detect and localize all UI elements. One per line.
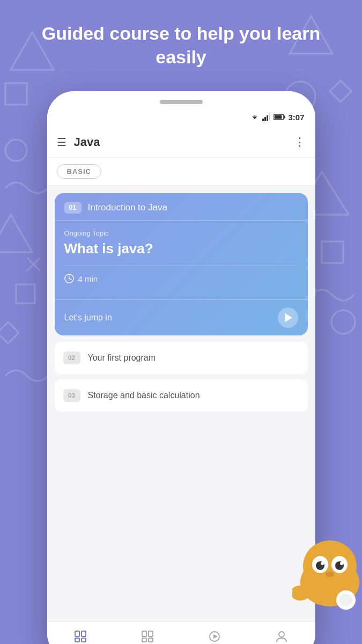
ongoing-label: Ongoing Topic	[64, 229, 298, 237]
learn-icon	[73, 630, 87, 643]
play-button[interactable]	[278, 308, 298, 328]
more-icon[interactable]: ⋮	[294, 135, 306, 149]
background: Guided course to help you learn easily	[0, 0, 362, 644]
cta-text: Let's jump in	[64, 313, 112, 323]
mascot	[292, 537, 362, 612]
lesson-03-title: Storage and basic calculation	[88, 391, 200, 400]
svg-marker-3	[0, 215, 32, 252]
bottom-nav: Learn Extras	[47, 621, 315, 644]
clock-icon	[64, 274, 74, 283]
featured-lesson-num: 01	[64, 202, 82, 214]
svg-rect-18	[267, 115, 268, 121]
featured-lesson-title: Introduction to Java	[88, 202, 167, 213]
battery-icon	[274, 114, 285, 120]
svg-rect-30	[142, 631, 146, 636]
svg-point-43	[321, 562, 324, 565]
svg-rect-9	[16, 284, 35, 303]
card-header: 01 Introduction to Java	[55, 193, 308, 221]
topic-title: What is java?	[64, 240, 298, 257]
svg-line-25	[69, 279, 71, 280]
card-body: Ongoing Topic What is java? 4 min	[55, 221, 308, 299]
svg-rect-8	[322, 241, 343, 263]
status-bar: 3:07	[47, 107, 315, 127]
wifi-icon	[250, 113, 260, 121]
signal-icon	[262, 113, 271, 121]
svg-line-12	[27, 258, 40, 271]
svg-rect-16	[262, 119, 264, 121]
svg-rect-32	[142, 638, 146, 642]
svg-rect-28	[75, 638, 79, 642]
featured-card: 01 Introduction to Java Ongoing Topic Wh…	[55, 193, 308, 335]
hamburger-icon[interactable]: ☰	[57, 136, 67, 149]
lesson-02-num: 02	[63, 352, 80, 364]
status-icons: 3:07	[250, 113, 304, 122]
svg-rect-27	[82, 631, 86, 636]
app-title: Java	[74, 135, 294, 149]
lesson-03-num: 03	[63, 389, 80, 402]
lesson-item[interactable]: 02 Your first program	[55, 342, 308, 374]
svg-marker-14	[330, 80, 351, 102]
nav-item-learn[interactable]: Learn	[47, 630, 114, 645]
svg-rect-26	[75, 631, 79, 636]
svg-rect-33	[149, 638, 153, 642]
svg-rect-19	[269, 113, 270, 121]
phone-frame: 3:07 ☰ Java ⋮ BASIC 01 Introduction to	[47, 91, 315, 644]
svg-point-36	[279, 632, 284, 637]
svg-point-6	[331, 310, 355, 334]
svg-line-13	[27, 258, 40, 271]
svg-rect-31	[149, 631, 153, 636]
card-divider	[64, 266, 298, 266]
content-area: 01 Introduction to Java Ongoing Topic Wh…	[47, 186, 315, 644]
svg-point-49	[339, 594, 352, 606]
nav-item-profile[interactable]: Profile	[248, 630, 315, 645]
nav-item-resume[interactable]: Resume	[181, 630, 248, 645]
svg-rect-21	[284, 116, 286, 119]
phone-notch	[47, 91, 315, 107]
svg-marker-35	[213, 634, 218, 639]
svg-point-47	[302, 582, 313, 593]
svg-marker-15	[0, 322, 19, 343]
card-footer: Let's jump in	[55, 299, 308, 335]
svg-rect-7	[5, 83, 27, 105]
tab-basic[interactable]: BASIC	[57, 164, 101, 179]
phone-speaker	[160, 100, 203, 104]
profile-icon	[275, 630, 289, 643]
lesson-02-title: Your first program	[88, 353, 156, 363]
svg-rect-22	[275, 115, 282, 119]
resume-icon	[208, 630, 221, 643]
tab-strip: BASIC	[47, 158, 315, 186]
extras-icon	[141, 630, 154, 643]
mascot-svg	[292, 537, 362, 612]
svg-point-45	[326, 572, 334, 577]
time-row: 4 min	[64, 274, 298, 283]
lesson-item[interactable]: 03 Storage and basic calculation	[55, 379, 308, 412]
nav-item-extras[interactable]: Extras	[114, 630, 181, 645]
duration-text: 4 min	[78, 274, 98, 283]
svg-rect-29	[82, 638, 86, 642]
svg-point-5	[5, 140, 27, 161]
app-bar: ☰ Java ⋮	[47, 127, 315, 158]
status-time: 3:07	[288, 113, 304, 122]
svg-point-44	[340, 562, 343, 565]
svg-rect-17	[264, 117, 266, 121]
page-headline: Guided course to help you learn easily	[0, 21, 362, 69]
